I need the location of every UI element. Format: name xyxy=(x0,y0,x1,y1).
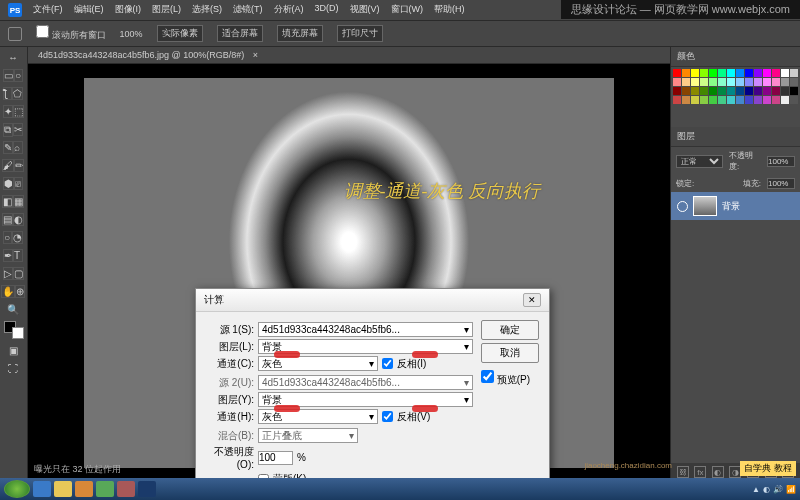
lasso-tool[interactable]: ƪ⬠ xyxy=(2,85,24,102)
swatch[interactable] xyxy=(727,69,735,77)
fill-screen-button[interactable]: 填充屏幕 xyxy=(277,25,323,42)
swatch[interactable] xyxy=(763,69,771,77)
menu-help[interactable]: 帮助(H) xyxy=(434,3,465,17)
menu-view[interactable]: 视图(V) xyxy=(350,3,380,17)
swatch[interactable] xyxy=(736,87,744,95)
swatch[interactable] xyxy=(727,78,735,86)
menu-select[interactable]: 选择(S) xyxy=(192,3,222,17)
swatch[interactable] xyxy=(754,87,762,95)
swatch[interactable] xyxy=(691,87,699,95)
menu-edit[interactable]: 编辑(E) xyxy=(74,3,104,17)
taskbar-app-icon[interactable] xyxy=(96,481,114,497)
tray-icon[interactable]: ◐ xyxy=(763,485,770,494)
swatch[interactable] xyxy=(727,87,735,95)
eyedropper-tool[interactable]: ✎⌕ xyxy=(2,139,24,156)
fit-screen-button[interactable]: 适合屏幕 xyxy=(217,25,263,42)
brush-tool[interactable]: 🖌✏ xyxy=(2,157,24,174)
swatch[interactable] xyxy=(718,78,726,86)
tray-icon[interactable]: ▲ xyxy=(752,485,760,494)
path-tool[interactable]: ▷▢ xyxy=(2,265,24,282)
scroll-all-checkbox[interactable]: 滚动所有窗口 xyxy=(36,25,106,42)
swatch[interactable] xyxy=(700,78,708,86)
menu-filter[interactable]: 滤镜(T) xyxy=(233,3,263,17)
swatch[interactable] xyxy=(772,96,780,104)
quickmask-toggle[interactable]: ▣ xyxy=(2,342,24,359)
swatch[interactable] xyxy=(691,69,699,77)
layer-mask-icon[interactable]: ◐ xyxy=(712,466,724,478)
swatch[interactable] xyxy=(709,69,717,77)
move-tool[interactable]: ↔ xyxy=(2,49,24,66)
swatch[interactable] xyxy=(790,87,798,95)
tray-icon[interactable]: 🔊 xyxy=(773,485,783,494)
swatch[interactable] xyxy=(691,78,699,86)
link-layers-icon[interactable]: ⛓ xyxy=(677,466,689,478)
fill-field[interactable] xyxy=(767,178,795,189)
layers-panel-tab[interactable]: 图层 xyxy=(671,127,800,147)
swatch[interactable] xyxy=(772,87,780,95)
source1-select[interactable]: 4d51d933ca443248ac4b5fb6...▾ xyxy=(258,322,473,337)
swatch[interactable] xyxy=(790,69,798,77)
swatch[interactable] xyxy=(682,69,690,77)
invert2-checkbox[interactable] xyxy=(382,411,393,422)
swatch[interactable] xyxy=(763,96,771,104)
menu-analysis[interactable]: 分析(A) xyxy=(274,3,304,17)
swatch[interactable] xyxy=(682,96,690,104)
menu-layer[interactable]: 图层(L) xyxy=(152,3,181,17)
swatch[interactable] xyxy=(736,78,744,86)
layer-style-icon[interactable]: fx xyxy=(694,466,706,478)
actual-pixels-button[interactable]: 实际像素 xyxy=(157,25,203,42)
layer-thumbnail[interactable] xyxy=(693,196,717,216)
swatch[interactable] xyxy=(736,69,744,77)
swatch[interactable] xyxy=(673,78,681,86)
print-size-button[interactable]: 打印尺寸 xyxy=(337,25,383,42)
swatch[interactable] xyxy=(727,96,735,104)
close-tab-icon[interactable]: × xyxy=(253,50,258,60)
color-panel-tab[interactable]: 颜色 xyxy=(671,47,800,67)
swatch[interactable] xyxy=(772,78,780,86)
screenmode-toggle[interactable]: ⛶ xyxy=(2,360,24,377)
close-icon[interactable]: ✕ xyxy=(523,293,541,307)
marquee-tool[interactable]: ▭○ xyxy=(2,67,24,84)
swatch[interactable] xyxy=(745,96,753,104)
pen-tool[interactable]: ✒T xyxy=(2,247,24,264)
swatch[interactable] xyxy=(745,87,753,95)
swatch[interactable] xyxy=(700,87,708,95)
swatches-panel[interactable] xyxy=(671,67,800,127)
background-color[interactable] xyxy=(12,327,24,339)
start-button[interactable] xyxy=(4,480,30,498)
swatch[interactable] xyxy=(673,96,681,104)
swatch[interactable] xyxy=(691,96,699,104)
swatch[interactable] xyxy=(718,69,726,77)
swatch[interactable] xyxy=(763,78,771,86)
hand-tool[interactable]: ✋⊕ xyxy=(2,283,24,300)
preview-checkbox[interactable]: 预览(P) xyxy=(481,370,539,387)
menu-window[interactable]: 窗口(W) xyxy=(391,3,424,17)
swatch[interactable] xyxy=(781,87,789,95)
swatch[interactable] xyxy=(673,87,681,95)
swatch[interactable] xyxy=(772,69,780,77)
tray-icon[interactable]: 📶 xyxy=(786,485,796,494)
layer-row[interactable]: 背景 xyxy=(671,192,800,220)
swatch[interactable] xyxy=(682,87,690,95)
swatch[interactable] xyxy=(745,78,753,86)
invert1-checkbox[interactable] xyxy=(382,358,393,369)
dialog-titlebar[interactable]: 计算 ✕ xyxy=(196,289,549,312)
taskbar-app-icon[interactable] xyxy=(75,481,93,497)
eraser-tool[interactable]: ◧▦ xyxy=(2,193,24,210)
swatch[interactable] xyxy=(754,78,762,86)
swatch[interactable] xyxy=(673,69,681,77)
swatch[interactable] xyxy=(709,87,717,95)
tool-preset-icon[interactable] xyxy=(8,27,22,41)
zoom-tool[interactable]: 🔍 xyxy=(2,301,24,318)
dodge-tool[interactable]: ○◔ xyxy=(2,229,24,246)
blend-mode-select[interactable]: 正常 xyxy=(676,155,723,168)
taskbar-app-icon[interactable] xyxy=(117,481,135,497)
swatch[interactable] xyxy=(763,87,771,95)
system-tray[interactable]: ▲ ◐ 🔊 📶 xyxy=(752,485,796,494)
blend-select[interactable]: 正片叠底▾ xyxy=(258,428,358,443)
visibility-icon[interactable] xyxy=(677,201,688,212)
swatch[interactable] xyxy=(718,96,726,104)
swatch[interactable] xyxy=(754,96,762,104)
cancel-button[interactable]: 取消 xyxy=(481,343,539,363)
menu-image[interactable]: 图像(I) xyxy=(115,3,142,17)
